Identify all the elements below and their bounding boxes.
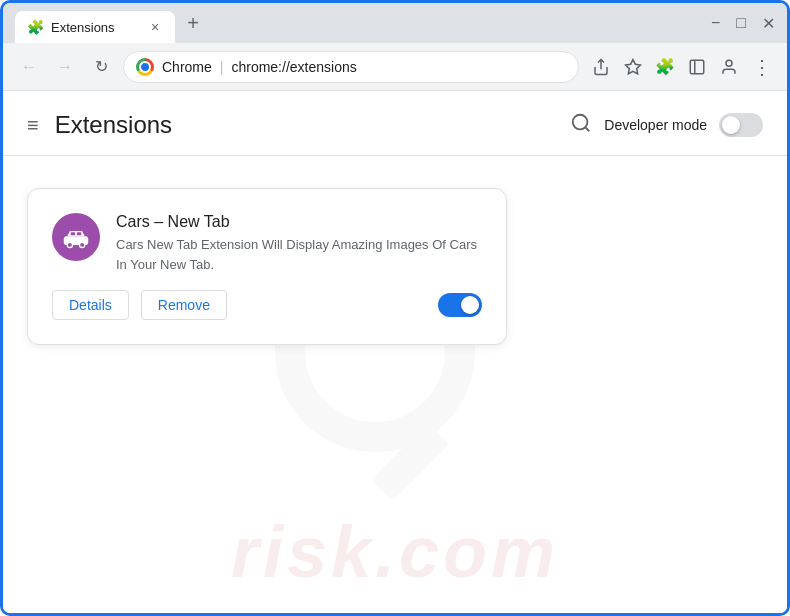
svg-rect-9: [71, 232, 75, 235]
page-header-left: ≡ Extensions: [27, 111, 172, 139]
developer-mode-toggle[interactable]: [719, 113, 763, 137]
page-title: Extensions: [55, 111, 172, 139]
extension-card-footer: Details Remove: [52, 290, 482, 320]
extension-buttons: Details Remove: [52, 290, 227, 320]
extension-icon: [52, 213, 100, 261]
watermark-text: risk.com: [231, 511, 559, 593]
remove-button[interactable]: Remove: [141, 290, 227, 320]
back-button[interactable]: ←: [15, 53, 43, 81]
reload-button[interactable]: ↻: [87, 53, 115, 81]
address-bar[interactable]: Chrome | chrome://extensions: [123, 51, 579, 83]
details-button[interactable]: Details: [52, 290, 129, 320]
tab-favicon-icon: 🧩: [27, 19, 43, 35]
extension-toggle-knob: [461, 296, 479, 314]
sidebar-icon-button[interactable]: [683, 53, 711, 81]
browser-window: 🧩 Extensions × + − □ ✕ ← → ↻ Chrome | ch…: [0, 0, 790, 616]
page-content: ≡ Extensions Developer mode: [3, 91, 787, 613]
page-header-right: Developer mode: [570, 112, 763, 139]
extension-card-header: Cars – New Tab Cars New Tab Extension Wi…: [52, 213, 482, 274]
page-header: ≡ Extensions Developer mode: [3, 91, 787, 156]
bookmark-icon-button[interactable]: [619, 53, 647, 81]
profile-icon-button[interactable]: [715, 53, 743, 81]
svg-point-8: [80, 242, 85, 247]
active-tab[interactable]: 🧩 Extensions ×: [15, 11, 175, 43]
tab-strip: 🧩 Extensions × +: [15, 3, 699, 43]
extension-name: Cars – New Tab: [116, 213, 482, 231]
extension-description: Cars New Tab Extension Will Display Amaz…: [116, 235, 482, 274]
extension-info: Cars – New Tab Cars New Tab Extension Wi…: [116, 213, 482, 274]
car-icon: [62, 223, 90, 251]
extensions-area: Cars – New Tab Cars New Tab Extension Wi…: [3, 156, 787, 377]
address-separator: |: [220, 59, 224, 75]
svg-point-7: [67, 242, 72, 247]
chrome-logo-icon: [136, 58, 154, 76]
extension-enable-toggle[interactable]: [438, 293, 482, 317]
maximize-button[interactable]: □: [736, 14, 746, 32]
svg-marker-0: [626, 59, 641, 73]
svg-line-5: [586, 127, 590, 131]
close-button[interactable]: ✕: [762, 14, 775, 33]
svg-rect-10: [77, 232, 81, 235]
developer-mode-label: Developer mode: [604, 117, 707, 133]
share-icon-button[interactable]: [587, 53, 615, 81]
extension-card: Cars – New Tab Cars New Tab Extension Wi…: [27, 188, 507, 345]
minimize-button[interactable]: −: [711, 14, 720, 32]
window-controls: − □ ✕: [711, 14, 775, 33]
tab-title: Extensions: [51, 20, 139, 35]
toggle-knob: [722, 116, 740, 134]
address-bar-row: ← → ↻ Chrome | chrome://extensions 🧩: [3, 43, 787, 91]
address-url: chrome://extensions: [231, 59, 356, 75]
svg-point-3: [726, 60, 732, 66]
svg-rect-1: [690, 60, 704, 74]
address-brand: Chrome: [162, 59, 212, 75]
new-tab-button[interactable]: +: [179, 9, 207, 37]
forward-button[interactable]: →: [51, 53, 79, 81]
toolbar-icons: 🧩 ⋮: [587, 53, 775, 81]
tab-close-button[interactable]: ×: [147, 19, 163, 35]
more-menu-button[interactable]: ⋮: [747, 53, 775, 81]
extensions-icon-button[interactable]: 🧩: [651, 53, 679, 81]
svg-point-4: [573, 114, 588, 129]
search-icon-button[interactable]: [570, 112, 592, 139]
hamburger-menu-icon[interactable]: ≡: [27, 114, 39, 137]
title-bar: 🧩 Extensions × + − □ ✕: [3, 3, 787, 43]
